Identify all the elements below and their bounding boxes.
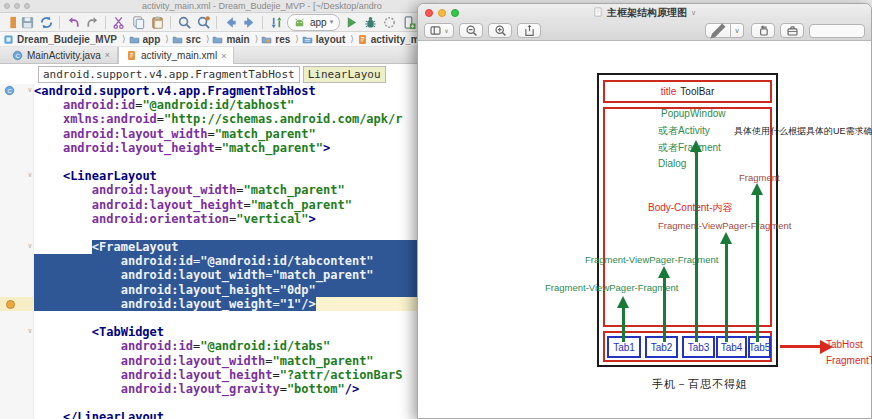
run-configuration-select[interactable]: app▾	[287, 14, 340, 31]
zoom-in-button[interactable]	[488, 23, 512, 38]
code-line[interactable]: android:id="@android:id/tabcontent"	[0, 254, 438, 268]
updown-icon[interactable]	[268, 14, 284, 30]
close-button[interactable]	[4, 3, 10, 9]
breadcrumb-item-layout[interactable]: layout	[302, 34, 345, 45]
close-icon[interactable]: ×	[105, 50, 110, 60]
copy-icon[interactable]	[130, 14, 146, 30]
editor-gutter[interactable]	[0, 268, 34, 282]
code-line[interactable]: </LinearLayout	[0, 410, 438, 419]
code-line[interactable]: android:layout_gravity="bottom"/>	[0, 382, 438, 396]
as-window-controls[interactable]	[4, 3, 30, 9]
code-line[interactable]	[0, 155, 438, 169]
code-line[interactable]: ∨ <LinearLayout	[0, 169, 438, 183]
editor-gutter[interactable]	[0, 368, 34, 382]
debug-icon[interactable]	[362, 14, 378, 30]
code-line[interactable]	[0, 311, 438, 325]
editor-gutter[interactable]	[0, 226, 34, 240]
editor-gutter[interactable]	[0, 155, 34, 169]
code-line[interactable]: android:layout_height="match_parent"	[0, 198, 438, 212]
code-line[interactable]	[0, 226, 438, 240]
editor-gutter[interactable]: ∨	[0, 169, 34, 183]
editor-gutter[interactable]	[0, 127, 34, 141]
editor-gutter[interactable]	[0, 354, 34, 368]
paste-icon[interactable]	[149, 14, 165, 30]
code-line[interactable]: android:orientation="vertical">	[0, 212, 438, 226]
profile-icon[interactable]	[381, 14, 397, 30]
code-line[interactable]	[0, 396, 438, 410]
code-line[interactable]: android:id="@android:id/tabhost"	[0, 98, 438, 112]
code-line[interactable]: C∨<android.support.v4.app.FragmentTabHos…	[0, 84, 438, 98]
title-chevron-down-icon[interactable]: ∨	[691, 9, 696, 17]
editor-gutter[interactable]	[0, 339, 34, 353]
code-line[interactable]: android:layout_width="match_parent"	[0, 354, 438, 368]
editor-gutter[interactable]	[0, 283, 34, 297]
search-input[interactable]	[809, 24, 865, 38]
editor-gutter[interactable]: ∨	[0, 325, 34, 339]
editor-gutter[interactable]: C∨	[0, 84, 34, 98]
maximize-button[interactable]	[24, 3, 30, 9]
sync-icon[interactable]	[38, 14, 54, 30]
close-icon[interactable]: ×	[221, 51, 226, 61]
undo-icon[interactable]	[65, 14, 81, 30]
back-icon[interactable]	[222, 14, 238, 30]
editor-gutter[interactable]	[0, 410, 34, 419]
breadcrumb-item-res[interactable]: res	[261, 34, 290, 45]
preview-window-controls[interactable]	[425, 9, 459, 17]
usages-icon[interactable]	[195, 14, 211, 30]
code-line[interactable]: android:id="@android:id/tabs"	[0, 339, 438, 353]
class-gutter-icon[interactable]: C	[4, 85, 15, 99]
fold-marker-icon[interactable]: ∨	[28, 170, 32, 180]
editor-gutter[interactable]	[0, 98, 34, 112]
breadcrumb-item-src[interactable]: src	[172, 34, 201, 45]
code-line[interactable]: android:layout_width="match_parent"	[0, 268, 438, 282]
code-line[interactable]: android:layout_weight="1"/>	[0, 297, 438, 311]
markup-pen-icon[interactable]	[705, 23, 731, 38]
share-button[interactable]	[517, 23, 541, 38]
code-line[interactable]: android:layout_height="0dp"	[0, 283, 438, 297]
editor-gutter[interactable]	[0, 198, 34, 212]
device-icon[interactable]	[400, 14, 416, 30]
sidebar-button[interactable]: ∨	[424, 23, 454, 38]
fold-marker-icon[interactable]: ∨	[28, 241, 32, 251]
editor-gutter[interactable]	[0, 382, 34, 396]
editor-gutter[interactable]	[0, 183, 34, 197]
structure-item[interactable]: LinearLayou	[303, 66, 386, 83]
editor-gutter[interactable]	[0, 396, 34, 410]
code-line[interactable]: ∨ <FrameLayout	[0, 240, 438, 254]
code-editor[interactable]: C∨<android.support.v4.app.FragmentTabHos…	[0, 84, 438, 419]
code-line[interactable]: android:layout_width="match_parent"	[0, 127, 438, 141]
maximize-button[interactable]	[451, 9, 459, 17]
code-line[interactable]: ∨ <TabWidget	[0, 325, 438, 339]
run-icon[interactable]	[343, 14, 359, 30]
code-line[interactable]: android:layout_width="match_parent"	[0, 183, 438, 197]
close-button[interactable]	[425, 9, 433, 17]
forward-icon[interactable]	[241, 14, 257, 30]
redo-icon[interactable]	[84, 14, 100, 30]
editor-gutter[interactable]	[0, 254, 34, 268]
fold-marker-icon[interactable]: ∨	[28, 85, 32, 95]
zoom-out-button[interactable]	[459, 23, 483, 38]
fold-marker-icon[interactable]: ∨	[28, 326, 32, 336]
markup-toolbox-button[interactable]	[780, 23, 804, 38]
minimize-button[interactable]	[14, 3, 20, 9]
markup-pen-button[interactable]: ∨	[705, 23, 744, 38]
editor-gutter[interactable]	[0, 141, 34, 155]
find-icon[interactable]	[176, 14, 192, 30]
minimize-button[interactable]	[438, 9, 446, 17]
pen-chevron-down-icon[interactable]: ∨	[731, 23, 744, 38]
editor-gutter[interactable]	[0, 311, 34, 325]
editor-gutter[interactable]: ∨	[0, 240, 34, 254]
editor-tab-activity_main.xml[interactable]: activity_main.xml×	[118, 47, 234, 64]
breadcrumb-item-app[interactable]: app	[129, 34, 161, 45]
code-line[interactable]: android:layout_height="match_parent">	[0, 141, 438, 155]
editor-tab-MainActivity.java[interactable]: CMainActivity.java×	[5, 47, 118, 63]
save-icon[interactable]	[19, 14, 35, 30]
bookmark-dot-icon[interactable]	[6, 300, 15, 309]
breadcrumb-item-dream_budejie_mvp[interactable]: Dream_Budejie_MVP	[3, 34, 117, 45]
editor-gutter[interactable]	[0, 112, 34, 126]
structure-item[interactable]: android.support.v4.app.FragmentTabHost	[38, 66, 300, 83]
editor-gutter[interactable]	[0, 297, 34, 311]
rotate-button[interactable]	[751, 23, 775, 38]
breadcrumb-item-main[interactable]: main	[212, 34, 249, 45]
code-line[interactable]: xmlns:android="http://schemas.android.co…	[0, 112, 438, 126]
